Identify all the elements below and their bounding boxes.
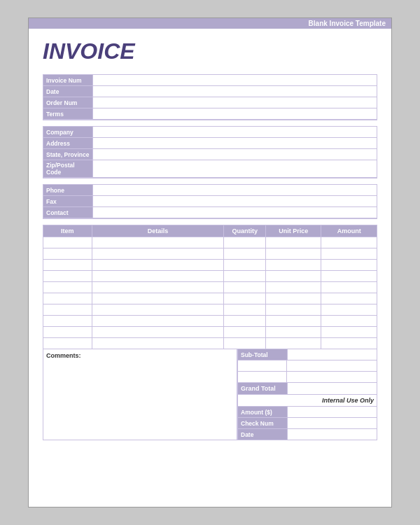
price-cell[interactable] [265,293,321,304]
details-cell[interactable] [92,248,224,260]
qty-cell[interactable] [224,293,266,304]
payment-date-value[interactable] [287,429,377,440]
details-cell[interactable] [92,293,224,304]
table-row [43,237,377,248]
contact-value[interactable] [92,207,377,218]
qty-cell[interactable] [224,316,266,327]
grand-total-value[interactable] [287,383,377,394]
price-cell[interactable] [265,327,321,338]
amount-value[interactable] [287,407,377,417]
amount-cell[interactable] [321,327,377,338]
comments-label: Comments: [46,352,81,359]
price-cell[interactable] [265,282,321,293]
company-value[interactable] [92,127,377,137]
qty-cell[interactable] [224,304,266,316]
amount-cell[interactable] [321,304,377,316]
item-cell[interactable] [43,248,92,260]
amount-cell[interactable] [321,271,377,282]
payment-date-row: Date [237,429,377,440]
price-cell[interactable] [265,316,321,327]
amount-label: Amount ($) [238,407,287,417]
grand-total-label: Grand Total [238,383,287,394]
order-num-value[interactable] [92,97,377,108]
qty-cell[interactable] [224,338,266,349]
price-cell[interactable] [265,271,321,282]
amount-cell[interactable] [321,316,377,327]
details-cell[interactable] [92,271,224,282]
phone-value[interactable] [92,185,377,195]
price-cell[interactable] [265,237,321,248]
table-row [43,338,377,349]
zip-label: Zip/Postal Code [43,160,92,177]
qty-cell[interactable] [224,237,266,248]
address-row: Address [43,138,377,149]
state-row: State, Province [43,149,377,160]
amount-cell[interactable] [321,260,377,271]
col-header-qty: Quantity [224,225,266,237]
fax-row: Fax [43,196,377,207]
qty-cell[interactable] [224,271,266,282]
zip-value[interactable] [92,160,377,177]
item-cell[interactable] [43,316,92,327]
date-label: Date [43,86,92,97]
qty-cell[interactable] [224,327,266,338]
amount-row: Amount ($) [237,407,377,418]
amount-cell[interactable] [321,248,377,260]
price-cell[interactable] [265,338,321,349]
amount-cell[interactable] [321,282,377,293]
subtotal-value[interactable] [287,349,377,360]
order-num-row: Order Num [43,97,377,108]
details-cell[interactable] [92,338,224,349]
address-label: Address [43,138,92,148]
qty-cell[interactable] [224,248,266,260]
item-cell[interactable] [43,338,92,349]
state-value[interactable] [92,149,377,160]
item-cell[interactable] [43,282,92,293]
amount-cell[interactable] [321,338,377,349]
table-row [43,260,377,271]
invoice-num-value[interactable] [92,75,377,85]
details-cell[interactable] [92,282,224,293]
details-cell[interactable] [92,260,224,271]
fax-value[interactable] [92,196,377,206]
item-cell[interactable] [43,260,92,271]
terms-label: Terms [43,108,92,119]
address-value[interactable] [92,138,377,148]
contact-section: Phone Fax Contact [43,184,377,219]
comments-area[interactable]: Comments: [43,349,237,440]
invoice-meta-section: Invoice Num Date Order Num Terms [43,74,377,120]
check-num-value[interactable] [287,418,377,428]
phone-row: Phone [43,185,377,196]
company-row: Company [43,127,377,138]
item-cell[interactable] [43,327,92,338]
col-header-item: Item [43,225,92,237]
terms-value[interactable] [92,108,377,119]
col-header-amount: Amount [321,225,377,237]
item-cell[interactable] [43,304,92,316]
details-cell[interactable] [92,327,224,338]
content-area: INVOICE Invoice Num Date Order Num Terms [29,29,391,450]
grand-total-row: Grand Total [237,383,377,395]
amount-cell[interactable] [321,237,377,248]
price-cell[interactable] [265,304,321,316]
details-cell[interactable] [92,304,224,316]
table-row [43,327,377,338]
item-cell[interactable] [43,237,92,248]
qty-cell[interactable] [224,260,266,271]
details-cell[interactable] [92,237,224,248]
contact-label: Contact [43,207,92,218]
item-cell[interactable] [43,271,92,282]
qty-cell[interactable] [224,282,266,293]
amount-cell[interactable] [321,293,377,304]
invoice-num-row: Invoice Num [43,75,377,86]
company-section: Company Address State, Province Zip/Post… [43,126,377,178]
price-cell[interactable] [265,248,321,260]
check-num-label: Check Num [238,418,287,428]
order-num-label: Order Num [43,97,92,108]
item-cell[interactable] [43,293,92,304]
company-label: Company [43,127,92,137]
details-cell[interactable] [92,316,224,327]
price-cell[interactable] [265,260,321,271]
date-value[interactable] [92,86,377,97]
fax-label: Fax [43,196,92,206]
